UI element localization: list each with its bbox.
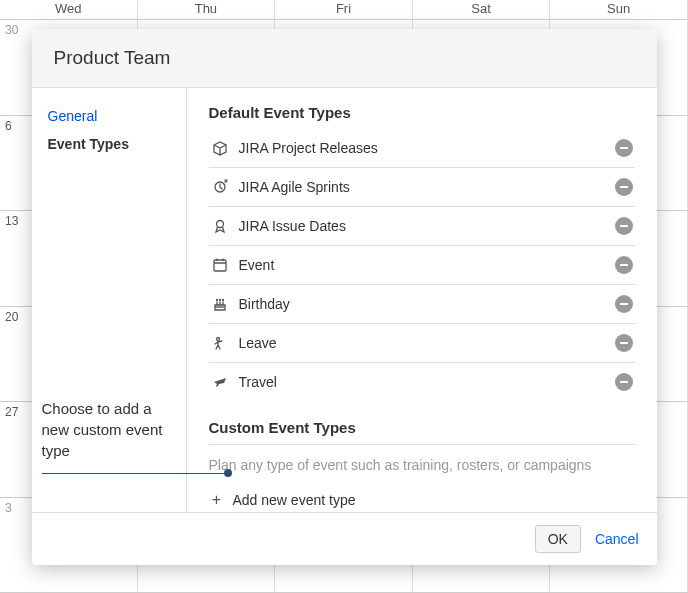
svg-point-5 (222, 299, 223, 300)
svg-rect-2 (214, 260, 226, 271)
event-type-label: Leave (239, 335, 615, 351)
medal-icon (211, 217, 229, 235)
minus-icon (620, 303, 628, 305)
sidebar-item-general[interactable]: General (32, 102, 186, 130)
plus-icon: + (209, 491, 225, 509)
event-type-row: Leave (209, 323, 635, 362)
event-type-label: JIRA Issue Dates (239, 218, 615, 234)
dialog-sidebar: General Event Types Choose to add a new … (32, 88, 187, 512)
custom-event-types-hint: Plan any type of event such as training,… (209, 444, 635, 487)
plane-icon (211, 373, 229, 391)
default-event-types-list: JIRA Project ReleasesJIRA Agile SprintsJ… (209, 129, 635, 401)
event-types-dialog: Product Team General Event Types Choose … (32, 29, 657, 565)
event-type-label: JIRA Agile Sprints (239, 179, 615, 195)
remove-event-type-button[interactable] (615, 178, 633, 196)
dialog-footer: OK Cancel (32, 512, 657, 565)
svg-point-4 (219, 299, 220, 300)
event-type-label: Travel (239, 374, 615, 390)
event-type-label: Event (239, 257, 615, 273)
remove-event-type-button[interactable] (615, 256, 633, 274)
annotation-dot (224, 469, 232, 477)
sidebar-item-event-types[interactable]: Event Types (32, 130, 186, 158)
dialog-main: Default Event Types JIRA Project Release… (187, 88, 657, 512)
remove-event-type-button[interactable] (615, 334, 633, 352)
dialog-body: General Event Types Choose to add a new … (32, 88, 657, 512)
default-event-types-title: Default Event Types (209, 104, 635, 121)
event-type-row: Birthday (209, 284, 635, 323)
minus-icon (620, 225, 628, 227)
event-type-row: JIRA Agile Sprints (209, 167, 635, 206)
cake-icon (211, 295, 229, 313)
minus-icon (620, 186, 628, 188)
minus-icon (620, 342, 628, 344)
add-event-type-label: Add new event type (233, 492, 356, 508)
svg-point-6 (216, 337, 219, 340)
event-type-row: JIRA Issue Dates (209, 206, 635, 245)
ok-button[interactable]: OK (535, 525, 581, 553)
minus-icon (620, 147, 628, 149)
svg-point-1 (216, 220, 223, 227)
event-type-label: Birthday (239, 296, 615, 312)
minus-icon (620, 381, 628, 383)
annotation-text: Choose to add a new custom event type (42, 398, 177, 461)
add-event-type-button[interactable]: + Add new event type (209, 487, 635, 512)
box-icon (211, 139, 229, 157)
leave-icon (211, 334, 229, 352)
remove-event-type-button[interactable] (615, 373, 633, 391)
remove-event-type-button[interactable] (615, 295, 633, 313)
custom-event-types-title: Custom Event Types (209, 419, 635, 436)
sprint-icon (211, 178, 229, 196)
event-type-row: JIRA Project Releases (209, 129, 635, 167)
modal-overlay: Product Team General Event Types Choose … (0, 0, 688, 593)
event-type-label: JIRA Project Releases (239, 140, 615, 156)
remove-event-type-button[interactable] (615, 139, 633, 157)
svg-point-3 (216, 299, 217, 300)
dialog-title: Product Team (32, 29, 657, 88)
calendar-icon (211, 256, 229, 274)
event-type-row: Travel (209, 362, 635, 401)
annotation-line (42, 473, 228, 474)
event-type-row: Event (209, 245, 635, 284)
remove-event-type-button[interactable] (615, 217, 633, 235)
minus-icon (620, 264, 628, 266)
cancel-button[interactable]: Cancel (595, 531, 639, 547)
